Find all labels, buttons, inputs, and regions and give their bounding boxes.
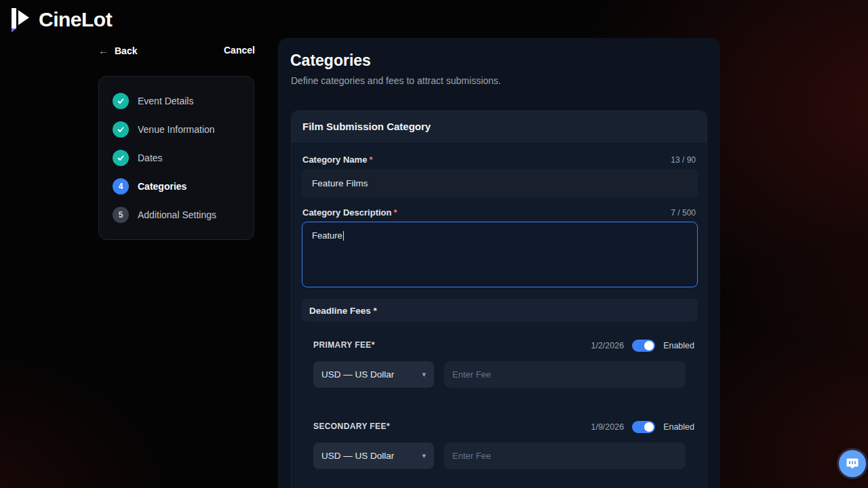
deadline-fees-section-header: Deadline Fees * — [302, 299, 698, 322]
back-label: Back — [115, 45, 137, 56]
stepper-label: Dates — [138, 152, 163, 163]
film-submission-category-card: Film Submission Category Category Name* … — [291, 110, 707, 488]
category-name-label: Category Name* — [302, 155, 372, 165]
step-number-badge: 4 — [113, 178, 129, 195]
secondary-fee-toggle-label: Enabled — [663, 422, 694, 432]
cancel-button[interactable]: Cancel — [224, 45, 255, 56]
stepper-item-additional-settings[interactable]: 5 Additional Settings — [113, 207, 240, 223]
check-icon — [113, 150, 129, 166]
primary-fee-toggle-label: Enabled — [663, 341, 694, 350]
primary-fee-toggle[interactable] — [632, 340, 655, 352]
chat-bubble-icon — [846, 457, 859, 470]
stepper-item-dates[interactable]: Dates — [113, 150, 240, 166]
secondary-fee-toggle[interactable] — [632, 421, 655, 433]
page-subtitle: Define categories and fees to attract su… — [291, 75, 501, 86]
brand-name: CineLot — [39, 8, 112, 31]
cinelot-logo-icon — [11, 7, 33, 33]
text-caret — [343, 231, 344, 241]
stepper-item-venue-information[interactable]: Venue Information — [113, 121, 240, 138]
primary-currency-select[interactable]: USD — US Dollar ▾ — [313, 361, 434, 388]
stepper-item-categories[interactable]: 4 Categories — [113, 178, 240, 195]
toggle-knob — [644, 341, 654, 350]
check-icon — [113, 93, 129, 109]
toggle-knob — [644, 422, 654, 432]
stepper-label: Additional Settings — [138, 209, 216, 220]
category-description-value: Feature — [312, 230, 342, 241]
primary-fee-label: PRIMARY FEE* — [313, 340, 375, 350]
back-arrow-icon: ← — [98, 45, 108, 56]
secondary-fee-date: 1/9/2026 — [591, 422, 624, 432]
page-title: Categories — [290, 52, 371, 70]
category-description-label-text: Category Description — [302, 207, 391, 218]
secondary-fee-controls: 1/9/2026 Enabled — [591, 421, 694, 433]
category-name-label-text: Category Name — [302, 155, 367, 165]
chevron-down-icon: ▾ — [422, 370, 426, 379]
chevron-down-icon: ▾ — [422, 451, 426, 460]
primary-currency-value: USD — US Dollar — [321, 369, 394, 380]
wizard-stepper: Event Details Venue Information Dates 4 … — [98, 76, 254, 240]
secondary-currency-value: USD — US Dollar — [321, 451, 394, 461]
category-description-textarea[interactable]: Feature — [302, 222, 698, 287]
app-screen: CineLot ← Back Cancel Event Details Venu… — [0, 0, 868, 488]
primary-fee-input[interactable] — [444, 361, 686, 388]
brand-logo: CineLot — [11, 7, 112, 33]
primary-fee-date: 1/2/2026 — [591, 341, 624, 350]
category-description-counter: 7 / 500 — [671, 208, 696, 218]
back-button[interactable]: ← Back — [98, 45, 137, 56]
secondary-currency-select[interactable]: USD — US Dollar ▾ — [313, 443, 434, 469]
chat-launcher-button[interactable] — [839, 450, 866, 477]
card-header: Film Submission Category — [292, 111, 707, 142]
step-number-badge: 5 — [113, 207, 129, 223]
card-title: Film Submission Category — [302, 121, 431, 132]
category-name-counter: 13 / 90 — [671, 155, 696, 165]
check-icon — [113, 121, 129, 138]
categories-panel: Categories Define categories and fees to… — [278, 38, 720, 488]
stepper-item-event-details[interactable]: Event Details — [113, 93, 240, 109]
required-asterisk: * — [393, 207, 397, 218]
secondary-fee-label: SECONDARY FEE* — [313, 422, 390, 431]
stepper-label: Venue Information — [138, 124, 215, 135]
deadline-fees-title: Deadline Fees * — [309, 306, 377, 316]
category-description-label: Category Description* — [302, 207, 397, 218]
primary-fee-controls: 1/2/2026 Enabled — [591, 340, 694, 352]
stepper-label: Categories — [138, 181, 186, 192]
stepper-label: Event Details — [138, 96, 193, 106]
secondary-fee-input[interactable] — [444, 443, 686, 469]
category-name-input[interactable] — [302, 169, 698, 198]
required-asterisk: * — [369, 155, 372, 165]
